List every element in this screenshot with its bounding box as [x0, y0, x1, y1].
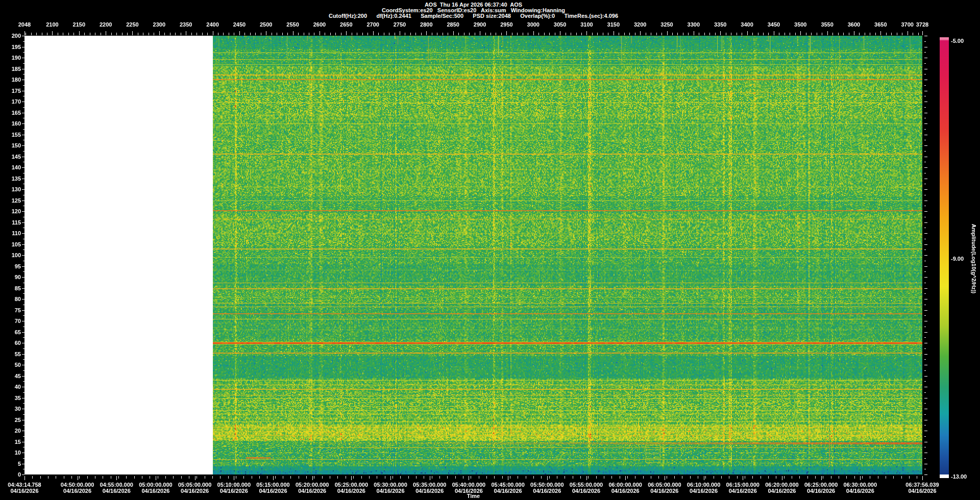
bottom-axis-minor-tick [620, 476, 620, 479]
bottom-axis-minor-tick [745, 476, 745, 479]
top-axis-minor-tick [832, 33, 833, 35]
bottom-axis-minor-tick [690, 476, 691, 479]
bottom-axis-tick [508, 476, 508, 480]
top-axis-tick [373, 31, 374, 35]
top-axis-minor-tick [415, 33, 416, 35]
top-axis-minor-tick [229, 33, 229, 35]
left-axis-tick-label: 115 [0, 219, 21, 226]
bottom-axis-minor-tick [604, 476, 604, 479]
top-axis-minor-tick [405, 33, 405, 35]
top-axis-tick-label: 2250 [117, 21, 148, 28]
right-axis-tick [924, 453, 927, 453]
left-axis-tick-label: 175 [0, 88, 21, 94]
left-axis-tick-label: 40 [0, 384, 21, 390]
spectrogram-plot[interactable] [24, 36, 922, 474]
left-axis-tick-label: 80 [0, 296, 21, 302]
bottom-axis-tick [195, 476, 195, 480]
top-axis-tick [346, 31, 347, 35]
time-axis-label: Time [24, 493, 922, 499]
top-axis-minor-tick [822, 33, 822, 35]
bottom-axis-minor-tick [408, 476, 409, 479]
top-axis-minor-tick [410, 33, 411, 35]
top-axis-minor-tick [806, 33, 806, 35]
top-axis-minor-tick [566, 33, 566, 35]
top-axis-minor-tick [763, 33, 764, 35]
bottom-axis-tick [782, 476, 782, 480]
bottom-axis-minor-tick [189, 476, 189, 479]
bottom-axis-minor-tick [518, 476, 518, 479]
top-axis-minor-tick [683, 33, 683, 35]
top-axis-minor-tick [817, 33, 817, 35]
top-axis-minor-tick [443, 33, 443, 35]
bottom-axis-minor-tick [330, 476, 330, 479]
right-axis-tick [924, 233, 927, 234]
time-label: 05:10:00.000 [211, 482, 257, 488]
right-axis-tick [924, 145, 927, 146]
right-axis-tick [924, 135, 927, 135]
bottom-axis-minor-tick [87, 476, 88, 479]
top-axis-minor-tick [742, 33, 742, 35]
right-axis-minor-tick [924, 414, 926, 415]
top-axis-minor-tick [608, 33, 608, 35]
bottom-axis-minor-tick [643, 476, 644, 479]
header-params-2: Cutoff(Hz):200 df(Hz):0.2441 Sample/Sec:… [24, 13, 922, 19]
time-label: 05:25:00.000 [328, 482, 374, 488]
right-axis-minor-tick [924, 184, 926, 184]
top-axis-tick-label: 3700 [892, 21, 923, 28]
bottom-axis-minor-tick [486, 476, 487, 479]
top-axis-minor-tick [26, 33, 26, 35]
right-axis-minor-tick [924, 195, 926, 195]
top-axis-minor-tick [164, 33, 165, 35]
left-axis-tick-label: 110 [0, 230, 21, 236]
right-axis-minor-tick [924, 283, 926, 283]
top-axis-minor-tick [576, 33, 577, 35]
right-axis-minor-tick [924, 425, 926, 426]
top-axis-minor-tick [597, 33, 598, 35]
colorbar-gradient [940, 37, 949, 474]
top-axis-minor-tick [170, 33, 170, 35]
left-axis-tick-label: 180 [0, 77, 21, 83]
left-axis-tick-label: 60 [0, 340, 21, 346]
colorbar-tick-label: -9.00 [951, 256, 964, 262]
right-axis-minor-tick [924, 217, 926, 217]
bottom-axis-minor-tick [40, 476, 41, 479]
bottom-axis-minor-tick [32, 476, 33, 479]
time-label: 06:05:00.000 [642, 482, 688, 488]
right-axis-minor-tick [924, 305, 926, 305]
top-axis-minor-tick [287, 33, 288, 35]
top-axis-minor-tick [154, 33, 154, 35]
right-axis-minor-tick [924, 41, 926, 42]
top-axis-tick [52, 31, 53, 35]
bottom-axis-minor-tick [627, 476, 628, 479]
top-axis-tick [239, 31, 240, 35]
top-axis-minor-tick [309, 33, 309, 35]
time-label: 06:20:00.000 [759, 482, 805, 488]
right-axis-tick [924, 58, 927, 58]
top-axis-minor-tick [352, 33, 352, 35]
top-axis-minor-tick [688, 33, 689, 35]
left-axis-tick-label: 85 [0, 285, 21, 291]
top-axis-tick [533, 31, 534, 35]
bottom-axis-minor-tick [533, 476, 534, 479]
left-axis-tick-label: 150 [0, 142, 21, 148]
top-axis-tick-label: 2800 [411, 21, 442, 28]
bottom-axis-minor-tick [150, 476, 150, 479]
right-axis-tick [924, 409, 927, 409]
right-axis-tick [924, 442, 927, 442]
bottom-axis-minor-tick [353, 476, 354, 479]
bottom-axis-minor-tick [573, 476, 573, 479]
time-label: 05:05:00.000 [172, 482, 218, 488]
bottom-axis-tick [821, 476, 822, 480]
top-axis-minor-tick [63, 33, 63, 35]
top-axis-minor-tick [218, 33, 218, 35]
bottom-axis-minor-tick [400, 476, 401, 479]
top-axis-minor-tick [475, 33, 475, 35]
top-axis-minor-tick [304, 33, 304, 35]
right-axis-tick [924, 474, 927, 475]
bottom-axis-tick [430, 476, 430, 480]
bottom-axis-tick [860, 476, 861, 480]
bottom-axis-minor-tick [275, 476, 276, 479]
top-axis-minor-tick [811, 33, 812, 35]
right-axis-tick [924, 431, 927, 431]
top-axis-minor-tick [677, 33, 678, 35]
